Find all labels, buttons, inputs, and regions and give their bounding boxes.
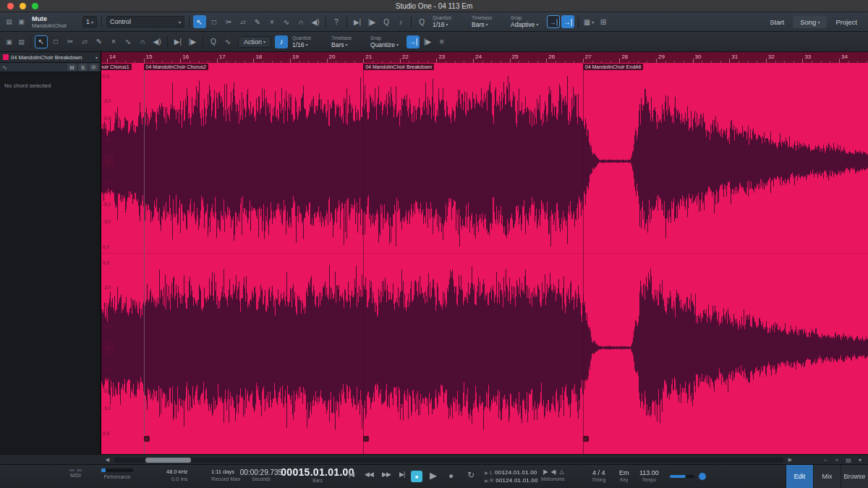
event-name-label[interactable]: 04 MandolinChoir Chorus1 <box>101 64 132 70</box>
rewind-button[interactable]: ◀◀ <box>365 471 373 478</box>
event-name-label[interactable]: 04 MandolinChoir EndAlt <box>583 64 643 70</box>
paint-tool-button[interactable]: ✎ <box>251 15 264 28</box>
click-speaker-icon[interactable]: ◀) <box>551 468 556 475</box>
minimize-window-button[interactable] <box>20 3 26 9</box>
snap-toggle-button[interactable]: →| <box>547 15 560 28</box>
event-handle-marker[interactable]: ○ <box>583 436 589 442</box>
zoom-out-button[interactable]: − <box>820 455 831 464</box>
close-window-button[interactable] <box>7 3 14 9</box>
range-tool-button[interactable]: □ <box>49 35 62 48</box>
grid-options-button[interactable]: ▦▾ <box>582 15 595 28</box>
snap-selector[interactable]: Snap Adaptive▾ <box>511 13 542 30</box>
event-handle-marker[interactable]: ○ <box>363 436 369 442</box>
metronome-section[interactable]: |▶ ◀) △ Metronome <box>541 468 565 482</box>
timebase-selector[interactable]: Timebase Bars▾ <box>472 13 503 30</box>
key-display[interactable]: Em Key <box>619 469 629 483</box>
timebase-selector[interactable]: Timebase Bars▾ <box>331 33 363 51</box>
next-bar-button[interactable]: ▶| <box>399 471 404 478</box>
track-display[interactable]: Mute MandolinChoir <box>32 15 77 29</box>
eraser-tool-button[interactable]: ▱ <box>78 35 91 48</box>
listen-tool-button[interactable]: ∩ <box>294 15 307 28</box>
snap-toggle-button[interactable]: →| <box>407 35 420 48</box>
rack-button[interactable]: ⊞ <box>597 15 610 28</box>
scroll-left-button[interactable]: ◀ <box>103 455 112 464</box>
hscroll-track[interactable] <box>114 458 783 463</box>
layout-grid-icon[interactable]: ▤ <box>4 15 14 28</box>
autoscroll-toggle-button[interactable]: →| <box>561 15 574 28</box>
autoscroll-button[interactable]: ▶| <box>351 15 364 28</box>
project-page-button[interactable]: Project <box>828 16 864 28</box>
volume-tool-button[interactable]: ◀) <box>309 15 322 28</box>
single-window-icon[interactable]: ▣ <box>16 15 27 28</box>
follow-button[interactable]: |▶ <box>421 35 434 48</box>
mute-button[interactable]: M <box>67 64 77 71</box>
performance-monitor[interactable]: Performance <box>101 468 133 480</box>
input-quantize-button[interactable]: Q <box>415 15 428 28</box>
mute-tool-button[interactable]: × <box>107 35 120 48</box>
browse-view-button[interactable]: Browse <box>841 465 868 488</box>
snap-selector[interactable]: Snap Quantize▾ <box>370 33 402 51</box>
event-list-button[interactable]: ≡ <box>435 35 448 48</box>
event-selector[interactable]: 04 MandolinChoir Breakdown ▾ <box>0 52 101 63</box>
stop-button[interactable]: ■ <box>411 471 422 482</box>
precount-icon[interactable]: |▶ <box>542 468 547 475</box>
range-tool-button[interactable]: □ <box>208 15 221 28</box>
song-page-button[interactable]: Song▾ <box>793 16 827 28</box>
tempo-display[interactable]: 113.00 Tempo <box>639 469 659 483</box>
eraser-tool-button[interactable]: ▱ <box>237 15 250 28</box>
quantize-enable-button[interactable]: ♪ <box>275 35 288 48</box>
zoom-preset-button[interactable]: ▾ <box>854 455 866 464</box>
solo-button[interactable]: S <box>78 64 88 71</box>
zoom-in-button[interactable]: + <box>831 455 843 464</box>
click-volume-slider[interactable] <box>670 475 694 478</box>
split-tool-button[interactable]: ✂ <box>64 35 77 48</box>
scroll-right-button[interactable]: ▶ <box>786 455 795 464</box>
loop-button[interactable]: ↻ <box>467 470 475 480</box>
time-signature-display[interactable]: 4 / 4 Timing <box>592 469 605 483</box>
editor-layout-icon[interactable]: ▤ <box>16 35 27 48</box>
help-button[interactable]: ? <box>330 15 343 28</box>
event-name-label[interactable]: 04 MandolinChoir Breakdown <box>363 64 434 70</box>
event-name-label[interactable]: 04 MandolinChoir Chorus2 <box>144 64 208 70</box>
action-menu-button[interactable]: Action ▾ <box>238 36 271 48</box>
primary-position-display[interactable]: 00015.01.01.00 Bars <box>286 467 349 484</box>
play-button[interactable]: ▶ <box>430 470 437 481</box>
mix-view-button[interactable]: Mix <box>813 465 841 488</box>
bend-tool-button[interactable]: ∿ <box>122 35 135 48</box>
timeline-ruler[interactable]: 1415161718192021222324252627282930313233… <box>101 52 868 63</box>
hscroll-handle[interactable] <box>145 458 191 463</box>
quantize-selector[interactable]: Quantize 1/16▾ <box>433 13 464 30</box>
link-channels-toggle[interactable]: ⊙ <box>89 64 98 71</box>
play-from-marker-button[interactable]: |▶ <box>186 35 199 48</box>
fast-forward-button[interactable]: ▶▶ <box>382 471 391 478</box>
zoom-tool-button[interactable]: Q <box>380 15 393 28</box>
track-number-dropdown[interactable]: 1 ▾ <box>82 16 97 27</box>
record-button[interactable]: ● <box>448 471 454 481</box>
event-handle-marker[interactable]: ○ <box>144 436 150 442</box>
fullscreen-window-button[interactable] <box>32 3 38 9</box>
autoscroll-button[interactable]: ▶| <box>171 35 184 48</box>
return-to-start-button[interactable]: |◀ <box>349 471 354 478</box>
metronome-icon[interactable]: △ <box>559 468 563 475</box>
bend-tool-button[interactable]: ∿ <box>280 15 293 28</box>
listen-tool-button[interactable]: ∩ <box>136 35 149 48</box>
tempo-link-toggle[interactable] <box>699 473 706 480</box>
paint-tool-button[interactable]: ✎ <box>93 35 106 48</box>
secondary-time-display[interactable]: 00:00:29.735 Seconds <box>239 468 284 482</box>
split-tool-button[interactable]: ✂ <box>222 15 235 28</box>
loop-range-display[interactable]: |▶ L 00124.01.01.00 ▶| R 00124.01.01.00 <box>485 468 538 484</box>
groove-button[interactable]: ♪ <box>394 15 407 28</box>
edit-view-button[interactable]: Edit <box>786 465 813 488</box>
start-page-button[interactable]: Start <box>762 16 791 28</box>
volume-tool-button[interactable]: ◀) <box>150 35 163 48</box>
control-link-dropdown[interactable]: Control ▾ <box>106 16 184 27</box>
zoom-fit-button[interactable]: ▤ <box>843 455 854 464</box>
detach-editor-icon[interactable]: ▣ <box>4 35 14 48</box>
waveform-display[interactable]: 04 MandolinChoir Chorus104 MandolinChoir… <box>101 63 868 454</box>
zoom-tool-button[interactable]: Q <box>207 35 220 48</box>
quantize-selector[interactable]: Quantize 1/16▾ <box>292 33 324 51</box>
play-from-marker-button[interactable]: |▶ <box>365 15 378 28</box>
arrow-tool-button[interactable]: ↖ <box>35 35 48 48</box>
waveform-canvas[interactable] <box>101 63 868 454</box>
arrow-tool-button[interactable]: ↖ <box>193 15 206 28</box>
